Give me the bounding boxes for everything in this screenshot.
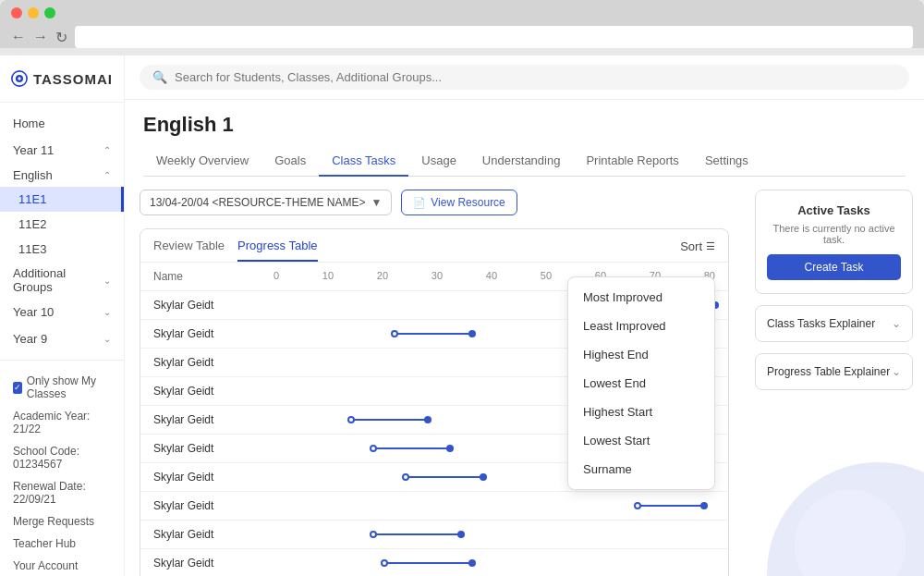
class-tasks-explainer-label: Class Tasks Explainer	[767, 317, 875, 330]
main-content: 🔍 English 1 Weekly Overview Goals Class …	[125, 55, 924, 576]
tab-class-tasks[interactable]: Class Tasks	[319, 146, 408, 177]
progress-line	[373, 447, 451, 449]
student-name: Skylar Geidt	[153, 385, 274, 398]
col-name-header: Name	[153, 270, 274, 283]
chart-area	[274, 525, 715, 544]
svg-point-4	[795, 490, 906, 576]
progress-dot-end	[457, 531, 465, 538]
merge-requests-link[interactable]: Merge Requests	[0, 510, 124, 533]
teacher-hub-link[interactable]: Teacher Hub	[0, 533, 124, 555]
progress-dot-end	[424, 416, 432, 423]
sort-highest-start[interactable]: Highest Start	[568, 398, 714, 426]
refresh-button[interactable]: ↻	[55, 29, 67, 46]
sidebar-footer: ✓ Only show My Classes Academic Year: 21…	[0, 360, 124, 576]
progress-line	[384, 562, 473, 564]
sort-most-improved[interactable]: Most Improved	[568, 283, 714, 312]
left-panel: 13/04-20/04 <RESOURCE-THEME NAME> ▼ 📄 Vi…	[125, 177, 744, 576]
tab-weekly-overview[interactable]: Weekly Overview	[143, 146, 261, 177]
table-tab-group: Review Table Progress Table	[153, 239, 318, 262]
chevron-down-icon-progress: ⌄	[892, 365, 901, 378]
sidebar-english[interactable]: English ⌃	[0, 164, 124, 187]
chart-area	[274, 496, 715, 515]
chevron-down-icon-class: ⌄	[892, 317, 901, 330]
chevron-down-icon-year10: ⌄	[103, 307, 111, 317]
bg-decoration	[739, 407, 924, 576]
sidebar-nav: Home Year 11 ⌃ English ⌃ 11E1 11E2 11E3 …	[0, 103, 124, 360]
table-row: Skylar Geidt	[140, 521, 728, 549]
tab-progress-table[interactable]: Progress Table	[237, 239, 317, 262]
progress-line	[351, 419, 429, 421]
student-name: Skylar Geidt	[153, 528, 274, 541]
tab-usage[interactable]: Usage	[408, 146, 469, 177]
browser-dot-green	[44, 7, 55, 18]
create-task-button[interactable]: Create Task	[767, 254, 901, 280]
sort-icon: ☰	[706, 240, 715, 252]
sidebar: TASSOMAI Home Year 11 ⌃ English ⌃ 11E1 1…	[0, 55, 125, 576]
academic-year-label[interactable]: Academic Year: 21/22	[0, 405, 124, 440]
sidebar-additional-groups[interactable]: Additional Groups ⌄	[0, 262, 124, 299]
sort-label: Sort	[680, 239, 702, 253]
back-button[interactable]: ←	[11, 29, 26, 45]
svg-point-2	[18, 77, 20, 80]
class-tasks-explainer-card[interactable]: Class Tasks Explainer ⌄	[755, 305, 913, 342]
sort-lowest-start[interactable]: Lowest Start	[568, 426, 714, 455]
logo-text: TASSOMAI	[33, 71, 113, 87]
forward-button[interactable]: →	[33, 29, 48, 45]
sort-surname[interactable]: Surname	[568, 455, 714, 484]
progress-dot-start	[634, 502, 641, 509]
chevron-down-icon-additional: ⌄	[103, 276, 111, 286]
tab-review-table[interactable]: Review Table	[153, 239, 225, 262]
page-header: English 1 Weekly Overview Goals Class Ta…	[125, 100, 924, 177]
progress-line	[373, 533, 462, 535]
active-tasks-title: Active Tasks	[767, 203, 901, 217]
tab-printable-reports[interactable]: Printable Reports	[573, 146, 691, 177]
external-link-icon: 📄	[413, 197, 426, 209]
chevron-down-icon-year9: ⌄	[103, 334, 111, 344]
view-resource-button[interactable]: 📄 View Resource	[401, 190, 517, 215]
sidebar-class-11e1[interactable]: 11E1	[0, 187, 124, 212]
your-account-link[interactable]: Your Account	[0, 555, 124, 576]
tab-understanding[interactable]: Understanding	[469, 146, 574, 177]
tab-settings[interactable]: Settings	[692, 146, 761, 177]
tab-goals[interactable]: Goals	[261, 146, 319, 177]
sort-highest-end[interactable]: Highest End	[568, 340, 714, 369]
progress-table-explainer-card[interactable]: Progress Table Explainer ⌄	[755, 353, 913, 390]
content-area: 13/04-20/04 <RESOURCE-THEME NAME> ▼ 📄 Vi…	[125, 177, 924, 576]
progress-dot-end	[446, 445, 454, 452]
checkbox-icon: ✓	[13, 382, 22, 394]
table-section: Review Table Progress Table Sort ☰ Most …	[140, 228, 729, 576]
browser-dot-yellow	[28, 7, 39, 18]
progress-table-explainer-label: Progress Table Explainer	[767, 365, 890, 378]
sidebar-year11[interactable]: Year 11 ⌃	[0, 137, 124, 164]
progress-dot-end	[468, 559, 476, 567]
table-tabs: Review Table Progress Table Sort ☰ Most …	[140, 229, 728, 263]
resource-dropdown[interactable]: 13/04-20/04 <RESOURCE-THEME NAME> ▼	[140, 190, 392, 215]
sort-button[interactable]: Sort ☰	[680, 239, 715, 261]
search-input[interactable]	[175, 70, 896, 84]
student-name: Skylar Geidt	[153, 327, 274, 340]
student-name: Skylar Geidt	[153, 442, 274, 455]
progress-dot-start	[402, 473, 409, 481]
progress-dot-start	[381, 559, 388, 567]
sort-dropdown: Most Improved Least Improved Highest End…	[567, 276, 715, 490]
student-name: Skylar Geidt	[153, 471, 274, 484]
active-tasks-no-task: There is currently no active task.	[767, 223, 901, 245]
sort-lowest-end[interactable]: Lowest End	[568, 369, 714, 398]
student-name: Skylar Geidt	[153, 413, 274, 426]
sidebar-class-11e2[interactable]: 11E2	[0, 212, 124, 237]
only-show-my-classes-checkbox[interactable]: ✓ Only show My Classes	[0, 370, 124, 405]
search-bar: 🔍	[140, 65, 909, 90]
address-bar[interactable]	[75, 26, 913, 48]
sidebar-year9[interactable]: Year 9 ⌄	[0, 325, 124, 352]
sidebar-year10[interactable]: Year 10 ⌄	[0, 299, 124, 325]
progress-dot-start	[370, 531, 377, 538]
student-name: Skylar Geidt	[153, 356, 274, 369]
dropdown-chevron-icon: ▼	[371, 196, 382, 209]
right-panel: Active Tasks There is currently no activ…	[744, 177, 924, 576]
page-title: English 1	[143, 113, 906, 137]
sort-least-improved[interactable]: Least Improved	[568, 312, 714, 340]
school-code-label: School Code: 01234567	[0, 440, 124, 475]
sidebar-class-11e3[interactable]: 11E3	[0, 237, 124, 262]
sidebar-home[interactable]: Home	[0, 110, 124, 137]
active-tasks-card: Active Tasks There is currently no activ…	[755, 190, 913, 294]
